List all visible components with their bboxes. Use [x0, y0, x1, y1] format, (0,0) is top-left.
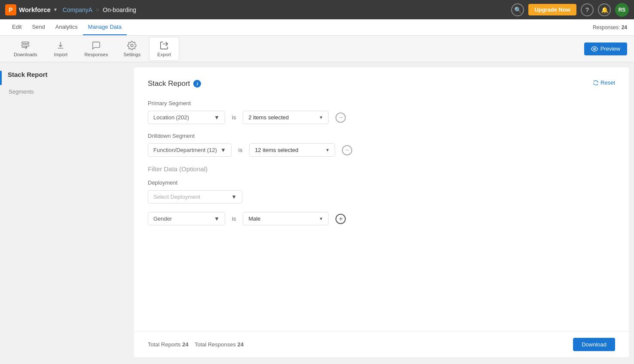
drilldown-segment-field-select[interactable]: Function/Department (12) ▼	[148, 143, 232, 157]
drilldown-field-arrow: ▼	[220, 147, 226, 153]
gender-field-arrow: ▼	[214, 215, 219, 222]
main-layout: Stack Report Segments Stack Report i Res…	[0, 62, 634, 362]
primary-field-arrow: ▼	[214, 114, 219, 121]
content-title: Stack Report i	[148, 79, 615, 88]
responses-icon	[91, 41, 101, 50]
drilldown-value-arrow: ▼	[325, 148, 329, 152]
content-footer: Total Reports 24 Total Responses 24 Down…	[134, 331, 629, 357]
breadcrumb-separator: >	[96, 6, 99, 13]
gender-value-arrow: ▼	[319, 216, 323, 221]
reset-icon	[593, 80, 599, 86]
deployment-label: Deployment	[148, 179, 615, 186]
nav-manage-data[interactable]: Manage Data	[83, 19, 127, 35]
filter-section-title: Filter Data (Optional)	[148, 165, 615, 173]
export-button[interactable]: Export	[149, 37, 179, 61]
gender-field-select[interactable]: Gender ▼	[148, 212, 225, 225]
help-tooltip-icon[interactable]: i	[193, 80, 201, 88]
toolbar: Downloads Import Responses Settings Expo…	[0, 36, 634, 62]
gender-is-label: is	[232, 215, 236, 222]
sidebar-title: Stack Report	[8, 71, 129, 85]
content-area: Stack Report i Reset Primary Segment Loc…	[134, 67, 629, 357]
gender-row: Gender ▼ is Male ▼ +	[148, 212, 615, 225]
download-button[interactable]: Download	[573, 338, 615, 351]
nav-analytics[interactable]: Analytics	[50, 19, 83, 35]
deployment-arrow: ▼	[231, 194, 237, 200]
primary-segment-value-select[interactable]: 2 items selected ▼	[243, 111, 329, 124]
svg-rect-0	[22, 42, 29, 43]
svg-point-2	[131, 44, 134, 47]
sidebar-item-segments[interactable]: Segments	[0, 85, 129, 98]
drilldown-segment-row: Function/Department (12) ▼ is 12 items s…	[148, 143, 615, 157]
svg-point-3	[594, 48, 595, 50]
footer-stats: Total Reports 24 Total Responses 24	[148, 341, 244, 348]
search-icon[interactable]: 🔍	[511, 3, 524, 16]
help-icon[interactable]: ?	[581, 3, 594, 16]
drilldown-segment-remove-button[interactable]: −	[342, 145, 352, 155]
avatar[interactable]: RS	[615, 3, 629, 17]
breadcrumb-current: On-boarding	[103, 6, 136, 13]
deployment-select[interactable]: Select Deployment ▼	[148, 190, 242, 203]
top-bar-right: 🔍 Upgrade Now ? 🔔 RS	[511, 3, 629, 17]
top-bar: P Workforce ▼ CompanyA > On-boarding 🔍 U…	[0, 0, 634, 19]
primary-segment-row: Location (202) ▼ is 2 items selected ▼ −	[148, 111, 615, 124]
logo-icon: P	[5, 4, 16, 15]
primary-value-arrow: ▼	[319, 115, 323, 120]
primary-segment-label: Primary Segment	[148, 100, 615, 106]
primary-is-label: is	[232, 114, 236, 121]
deployment-row: Select Deployment ▼	[148, 190, 615, 203]
upgrade-button[interactable]: Upgrade Now	[528, 4, 576, 15]
sidebar: Stack Report Segments	[0, 62, 129, 362]
export-icon	[159, 41, 169, 50]
downloads-icon	[21, 41, 30, 50]
nav-edit[interactable]: Edit	[7, 19, 27, 35]
notifications-icon[interactable]: 🔔	[598, 3, 611, 16]
gender-add-button[interactable]: +	[335, 214, 346, 224]
breadcrumb: CompanyA > On-boarding	[63, 6, 136, 13]
import-icon	[56, 41, 65, 50]
responses-count: Responses: 24	[593, 24, 627, 30]
primary-segment-field-select[interactable]: Location (202) ▼	[148, 111, 225, 124]
breadcrumb-company[interactable]: CompanyA	[63, 6, 92, 13]
drilldown-segment-value-select[interactable]: 12 items selected ▼	[249, 143, 335, 157]
preview-button[interactable]: Preview	[584, 42, 627, 55]
nav-send[interactable]: Send	[27, 19, 50, 35]
downloads-button[interactable]: Downloads	[7, 37, 44, 61]
settings-icon	[127, 41, 137, 50]
responses-button[interactable]: Responses	[77, 37, 115, 61]
reset-button[interactable]: Reset	[593, 79, 615, 86]
drilldown-is-label: is	[238, 147, 242, 153]
primary-segment-remove-button[interactable]: −	[335, 112, 346, 123]
app-dropdown-arrow[interactable]: ▼	[53, 7, 58, 12]
settings-button[interactable]: Settings	[116, 37, 147, 61]
app-logo[interactable]: P Workforce ▼	[5, 4, 58, 15]
app-name: Workforce	[19, 6, 51, 13]
drilldown-segment-label: Drilldown Segment	[148, 133, 615, 139]
eye-icon	[591, 46, 598, 52]
gender-value-select[interactable]: Male ▼	[243, 212, 329, 225]
second-nav: Edit Send Analytics Manage Data Response…	[0, 19, 634, 36]
import-button[interactable]: Import	[46, 37, 76, 61]
